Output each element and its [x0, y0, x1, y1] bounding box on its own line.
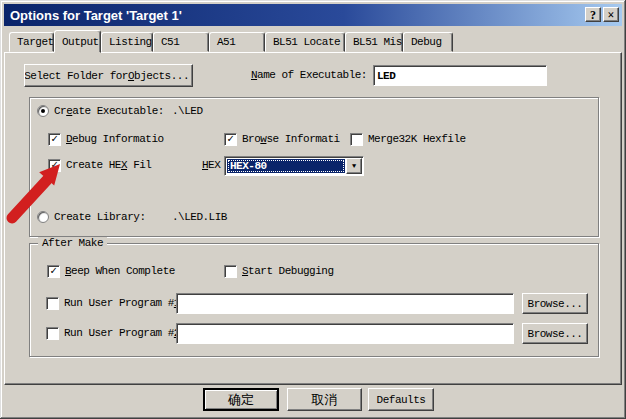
create-executable-radio[interactable]: [37, 105, 49, 117]
tab-output[interactable]: Output: [54, 30, 101, 53]
tab-bl51-misc[interactable]: BL51 Misc: [345, 32, 403, 52]
debug-information-label: Debug Informatio: [66, 133, 164, 146]
hex-format-select[interactable]: HEX-80 ▼: [224, 156, 364, 176]
options-dialog: Options for Target 'Target 1' ? × Target…: [0, 0, 626, 419]
after-make-group: After Make ✓ Beep When Complete Start De…: [29, 243, 599, 357]
hex-format-label: HEX: [202, 159, 220, 172]
select-folder-button[interactable]: Select Folder for Objects...: [24, 64, 193, 87]
tab-strip: Target Output Listing C51 A51 BL51 Locat…: [4, 29, 622, 52]
create-executable-label: Create Executable:: [54, 105, 164, 118]
tab-listing[interactable]: Listing: [101, 32, 153, 52]
merge32k-hexfile-label: Merge32K Hexfile: [368, 133, 466, 146]
after-make-title: After Make: [38, 237, 107, 250]
check-icon: ✓: [51, 160, 58, 171]
run-user-program-1-label: Run User Program #1: [64, 297, 180, 310]
name-of-executable-label: Name of Executable:: [251, 69, 367, 82]
create-executable-path: .\LED: [172, 105, 203, 118]
create-library-radio[interactable]: [37, 211, 49, 223]
tab-debug[interactable]: Debug: [403, 32, 453, 52]
check-icon: ✓: [227, 134, 234, 145]
tab-target[interactable]: Target: [9, 32, 54, 52]
ok-button[interactable]: 确定: [203, 388, 279, 411]
window-title: Options for Target 'Target 1': [10, 8, 182, 23]
check-icon: ✓: [50, 266, 57, 277]
run-user-program-2-checkbox[interactable]: [46, 327, 59, 340]
beep-when-complete-checkbox[interactable]: ✓: [47, 265, 60, 278]
browse-information-checkbox[interactable]: ✓: [224, 133, 237, 146]
create-hex-file-checkbox[interactable]: ✓: [48, 159, 61, 172]
browse-1-button[interactable]: Browse...: [522, 293, 588, 314]
name-of-executable-input[interactable]: [373, 65, 547, 86]
tab-bl51-locate[interactable]: BL51 Locate: [265, 32, 345, 52]
browse-information-label: Browse Informati: [242, 133, 340, 146]
run-user-program-1-input[interactable]: [176, 293, 514, 314]
cancel-button[interactable]: 取消: [287, 388, 362, 411]
check-icon: ✓: [51, 134, 58, 145]
debug-information-checkbox[interactable]: ✓: [48, 133, 61, 146]
help-button[interactable]: ?: [585, 7, 601, 22]
run-user-program-2-label: Run User Program #2: [64, 327, 180, 340]
close-button[interactable]: ×: [603, 7, 619, 22]
create-hex-file-label: Create HEX Fil: [66, 159, 151, 172]
browse-2-button[interactable]: Browse...: [522, 323, 588, 344]
start-debugging-label: Start Debugging: [242, 265, 334, 278]
create-library-path: .\LED.LIB: [172, 211, 227, 224]
tab-c51[interactable]: C51: [153, 32, 209, 52]
defaults-button[interactable]: Defaults: [368, 388, 434, 411]
help-icon: ?: [590, 9, 596, 21]
chevron-down-icon: ▼: [352, 163, 356, 170]
output-tab-page: Select Folder for Objects... Name of Exe…: [4, 52, 622, 385]
run-user-program-1-checkbox[interactable]: [46, 297, 59, 310]
tab-a51[interactable]: A51: [209, 32, 265, 52]
hex-format-value: HEX-80: [227, 159, 345, 173]
close-icon: ×: [608, 9, 615, 21]
titlebar[interactable]: Options for Target 'Target 1' ? ×: [4, 4, 622, 26]
create-library-label: Create Library:: [54, 211, 146, 224]
run-user-program-2-input[interactable]: [176, 323, 514, 344]
start-debugging-checkbox[interactable]: [224, 265, 237, 278]
radio-dot-icon: [41, 109, 45, 113]
dropdown-button[interactable]: ▼: [346, 158, 362, 174]
beep-when-complete-label: Beep When Complete: [65, 265, 175, 278]
merge32k-hexfile-checkbox[interactable]: [350, 133, 363, 146]
executable-group: Create Executable: .\LED ✓ Debug Informa…: [29, 97, 599, 237]
